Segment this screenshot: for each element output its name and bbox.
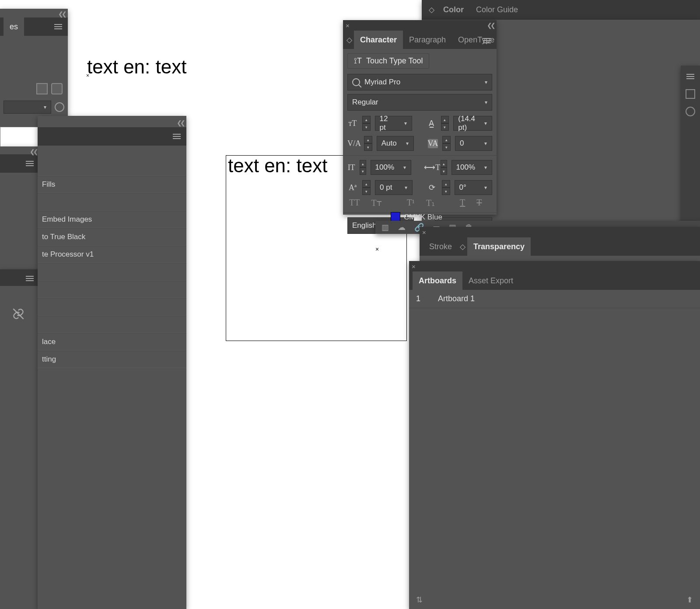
font-size-stepper[interactable]: ▴▾ bbox=[362, 116, 371, 131]
baseline-stepper[interactable]: ▴▾ bbox=[362, 180, 371, 195]
leading-input[interactable]: (14.4 pt)▾ bbox=[453, 116, 492, 131]
baseline-input[interactable]: 0 pt▾ bbox=[375, 180, 413, 195]
rearrange-icon[interactable]: ⇅ bbox=[416, 595, 423, 605]
list-item[interactable]: tting bbox=[38, 351, 186, 368]
panel-menu-icon[interactable] bbox=[24, 159, 36, 168]
artboard-name: Artboard 1 bbox=[438, 294, 475, 303]
libraries-icon[interactable]: ▥ bbox=[382, 223, 389, 232]
tab-transparency[interactable]: Transparency bbox=[467, 237, 531, 256]
rotation-input[interactable]: 0°▾ bbox=[455, 180, 492, 195]
list-item[interactable] bbox=[38, 159, 186, 176]
list-item[interactable] bbox=[38, 316, 186, 333]
underline-button[interactable]: T bbox=[460, 198, 465, 208]
swatch-label: CMYK Blue bbox=[404, 213, 442, 222]
touch-type-button[interactable]: ⟟T Touch Type Tool bbox=[347, 53, 429, 69]
tracking-stepper[interactable]: ▴▾ bbox=[442, 136, 451, 151]
hscale-stepper[interactable]: ▴▾ bbox=[441, 160, 447, 175]
scripts-panel: ❮❮ Fills Embed Images to True Black te P… bbox=[38, 116, 186, 609]
canvas-text-1[interactable]: text en: text bbox=[87, 56, 186, 78]
color-panel-tabs: ◇ Color Color Guide bbox=[422, 0, 700, 20]
list-item[interactable]: Embed Images bbox=[38, 211, 186, 228]
panel-menu-icon[interactable] bbox=[52, 22, 64, 31]
tab-color[interactable]: Color bbox=[437, 0, 470, 20]
expand-icon[interactable]: ◇ bbox=[346, 35, 352, 45]
tab-artboards[interactable]: Artboards bbox=[413, 271, 462, 290]
rotation-icon: ⟳ bbox=[427, 183, 438, 192]
link-break-icon[interactable] bbox=[0, 286, 39, 322]
hscale-input[interactable]: 100%▾ bbox=[452, 160, 492, 175]
list-item[interactable]: te Processor v1 bbox=[38, 246, 186, 263]
expand-icon[interactable]: ◇ bbox=[429, 5, 434, 14]
leading-icon: A̲ bbox=[426, 118, 437, 128]
swatch-cmyk-blue[interactable] bbox=[391, 212, 400, 222]
all-caps-button[interactable]: TT bbox=[349, 198, 360, 208]
close-icon[interactable]: × bbox=[412, 263, 416, 270]
kerning-icon: V/A bbox=[347, 139, 360, 148]
superscript-button[interactable]: T¹ bbox=[407, 198, 415, 208]
vscale-input[interactable]: 100%▾ bbox=[371, 160, 411, 175]
list-item[interactable] bbox=[38, 193, 186, 211]
collapse-icon[interactable]: ❮❮ bbox=[487, 22, 494, 29]
dock-item-icon[interactable] bbox=[684, 72, 696, 81]
small-caps-button[interactable]: Tᴛ bbox=[371, 198, 382, 208]
close-icon[interactable]: × bbox=[422, 229, 426, 236]
collapse-icon[interactable]: ❮❮ bbox=[58, 10, 65, 17]
collapse-icon[interactable]: ❮❮ bbox=[177, 119, 184, 126]
list-item[interactable]: Fills bbox=[38, 176, 186, 193]
list-item[interactable] bbox=[38, 263, 186, 281]
font-family-value: Myriad Pro bbox=[364, 78, 400, 87]
panel-menu-icon[interactable] bbox=[481, 36, 493, 45]
dock-item-icon[interactable] bbox=[686, 89, 695, 99]
baseline-icon: Aª bbox=[347, 183, 358, 192]
tab-opentype[interactable]: OpenType bbox=[452, 31, 500, 49]
tab-stroke[interactable]: Stroke bbox=[423, 237, 458, 256]
touch-type-icon: ⟟T bbox=[354, 56, 362, 66]
tab-es[interactable]: es bbox=[4, 17, 24, 36]
vscale-stepper[interactable]: ▴▾ bbox=[360, 160, 366, 175]
canvas-text-2[interactable]: text en: text bbox=[228, 155, 327, 177]
globe-icon[interactable] bbox=[55, 102, 64, 112]
chevron-down-icon: ▾ bbox=[485, 79, 487, 85]
right-dock-strip bbox=[681, 66, 700, 232]
shape-square-icon[interactable] bbox=[36, 83, 48, 94]
list-item[interactable] bbox=[38, 298, 186, 316]
dock-item-icon[interactable] bbox=[686, 107, 695, 116]
leading-stepper[interactable]: ▴▾ bbox=[441, 116, 449, 131]
tracking-icon: VA bbox=[428, 139, 438, 148]
kerning-stepper[interactable]: ▴▾ bbox=[364, 136, 372, 151]
tab-paragraph[interactable]: Paragraph bbox=[403, 31, 452, 49]
list-item[interactable] bbox=[38, 281, 186, 298]
kerning-input[interactable]: Auto▾ bbox=[377, 136, 414, 151]
tab-asset-export[interactable]: Asset Export bbox=[462, 271, 519, 290]
center-mark-icon: × bbox=[375, 246, 379, 253]
tab-color-guide[interactable]: Color Guide bbox=[470, 0, 524, 20]
panel-menu-icon[interactable] bbox=[171, 132, 183, 141]
search-icon bbox=[352, 78, 360, 86]
list-item[interactable]: to True Black bbox=[38, 228, 186, 246]
tracking-input[interactable]: 0▾ bbox=[455, 136, 492, 151]
collapse-icon[interactable]: ❮❮ bbox=[30, 148, 37, 155]
font-style-value: Regular bbox=[352, 98, 378, 107]
font-size-input[interactable]: 12 pt▾ bbox=[375, 116, 412, 131]
strikethrough-button[interactable]: T bbox=[476, 198, 482, 208]
panel-menu-icon[interactable] bbox=[24, 274, 36, 283]
close-icon[interactable]: × bbox=[346, 22, 350, 29]
artboards-panel: × Artboards Asset Export 1 Artboard 1 ⇅ … bbox=[409, 261, 700, 609]
shape-rounded-icon[interactable] bbox=[51, 83, 63, 94]
subscript-button[interactable]: T₁ bbox=[426, 198, 435, 208]
artboard-row[interactable]: 1 Artboard 1 bbox=[409, 290, 700, 308]
touch-type-label: Touch Type Tool bbox=[366, 56, 423, 66]
list-item[interactable]: lace bbox=[38, 333, 186, 351]
character-panel: × ❮❮ ◇ Character Paragraph OpenType ⟟T T… bbox=[343, 20, 497, 215]
left-bottom-panel bbox=[0, 269, 39, 609]
anchor-mark-icon: × bbox=[86, 73, 89, 79]
dropdown-small[interactable]: ▾ bbox=[4, 101, 51, 114]
move-up-icon[interactable]: ⬆ bbox=[686, 595, 693, 605]
expand-icon[interactable]: ◇ bbox=[460, 242, 466, 251]
cloud-icon[interactable]: ☁ bbox=[398, 223, 406, 232]
rotation-stepper[interactable]: ▴▾ bbox=[442, 180, 450, 195]
font-style-dropdown[interactable]: Regular ▾ bbox=[347, 94, 492, 111]
hscale-icon: ⟷T bbox=[424, 163, 436, 172]
tab-character[interactable]: Character bbox=[354, 31, 403, 49]
font-family-dropdown[interactable]: Myriad Pro ▾ bbox=[347, 74, 492, 90]
